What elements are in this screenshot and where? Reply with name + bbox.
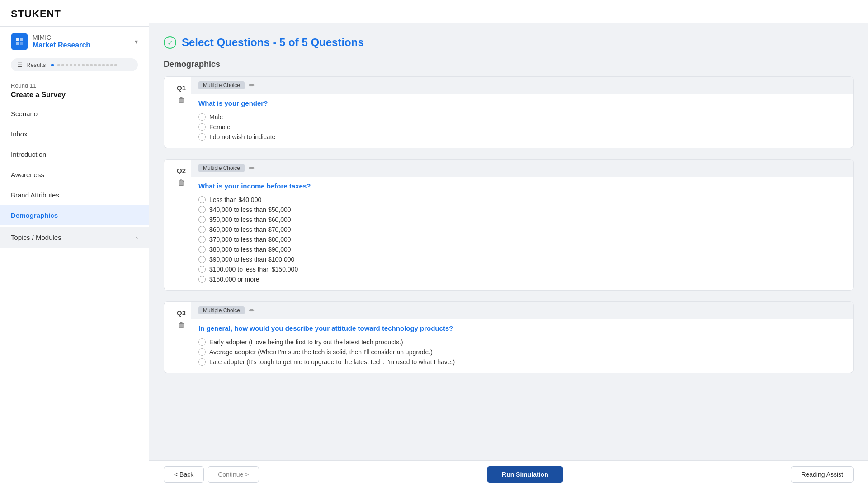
q2-option-4: $70,000 to less than $80,000 xyxy=(198,236,846,243)
q3-option-2-label: Late adopter (It's tough to get me to up… xyxy=(209,358,455,366)
q3-option-1: Average adopter (When I'm sure the tech … xyxy=(198,348,846,356)
radio-icon xyxy=(198,216,206,223)
q2-body: Multiple Choice ✏ What is your income be… xyxy=(191,160,853,290)
q2-edit-icon[interactable]: ✏ xyxy=(249,164,255,172)
reading-assist-button[interactable]: Reading Assist xyxy=(791,466,854,483)
q1-option-0: Male xyxy=(198,113,846,121)
q2-header: Multiple Choice ✏ xyxy=(191,160,853,177)
round-title: Create a Survey xyxy=(0,90,149,103)
radio-icon xyxy=(198,123,206,131)
q2-option-3-label: $60,000 to less than $70,000 xyxy=(209,226,291,233)
sidebar-item-demographics[interactable]: Demographics xyxy=(0,205,149,225)
run-simulation-button[interactable]: Run Simulation xyxy=(487,466,563,483)
section-title: Demographics xyxy=(164,60,854,69)
q2-option-0: Less than $40,000 xyxy=(198,196,846,203)
question-row-q1: Q1 🗑 Multiple Choice ✏ What is your gend… xyxy=(164,77,853,148)
q2-delete-icon[interactable]: 🗑 xyxy=(178,179,185,187)
sidebar-item-topics-modules[interactable]: Topics / Modules › xyxy=(0,227,149,248)
q1-option-1: Female xyxy=(198,123,846,131)
footer-left-buttons: < Back Continue > xyxy=(164,466,259,483)
q3-edit-icon[interactable]: ✏ xyxy=(249,306,255,314)
q3-type-badge: Multiple Choice xyxy=(198,306,245,314)
radio-icon xyxy=(198,236,206,243)
q2-number: Q2 xyxy=(177,167,186,174)
sidebar-item-brand-attributes[interactable]: Brand Attributes xyxy=(0,185,149,205)
q1-number: Q1 xyxy=(177,84,186,92)
q3-options: Early adopter (I love being the first to… xyxy=(191,337,853,373)
svg-rect-0 xyxy=(16,38,19,41)
sidebar-logo-area: STUKENT xyxy=(0,0,149,27)
question-block-q1: Q1 🗑 Multiple Choice ✏ What is your gend… xyxy=(164,76,854,148)
q2-option-5: $80,000 to less than $90,000 xyxy=(198,246,846,253)
q1-body: Multiple Choice ✏ What is your gender? M… xyxy=(191,77,853,148)
q1-option-2: I do not wish to indicate xyxy=(198,133,846,141)
q2-option-3: $60,000 to less than $70,000 xyxy=(198,226,846,233)
svg-rect-3 xyxy=(20,42,23,45)
q1-option-0-label: Male xyxy=(209,113,223,121)
question-block-q3: Q3 🗑 Multiple Choice ✏ In general, how w… xyxy=(164,301,854,373)
q2-options: Less than $40,000 $40,000 to less than $… xyxy=(191,194,853,290)
radio-icon xyxy=(198,266,206,273)
active-dot xyxy=(51,64,54,66)
back-button[interactable]: < Back xyxy=(164,466,204,483)
q2-option-6: $90,000 to less than $100,000 xyxy=(198,256,846,263)
page-header: ✓ Select Questions - 5 of 5 Questions xyxy=(164,36,854,49)
q2-option-0-label: Less than $40,000 xyxy=(209,196,261,203)
q1-option-2-label: I do not wish to indicate xyxy=(209,133,275,141)
round-label: Round 11 xyxy=(0,79,149,90)
q1-number-area: Q1 🗑 xyxy=(164,77,191,112)
sidebar-item-inbox[interactable]: Inbox xyxy=(0,124,149,144)
chevron-right-icon: › xyxy=(136,234,138,241)
question-block-q2: Q2 🗑 Multiple Choice ✏ What is your inco… xyxy=(164,159,854,291)
q3-body: Multiple Choice ✏ In general, how would … xyxy=(191,302,853,373)
top-bar xyxy=(149,0,868,23)
sidebar-item-introduction[interactable]: Introduction xyxy=(0,144,149,164)
page-title: Select Questions - 5 of 5 Questions xyxy=(182,36,364,49)
question-row-q3: Q3 🗑 Multiple Choice ✏ In general, how w… xyxy=(164,302,853,373)
q2-option-1: $40,000 to less than $50,000 xyxy=(198,206,846,213)
app-logo: STUKENT xyxy=(11,8,61,19)
content-area: ✓ Select Questions - 5 of 5 Questions De… xyxy=(149,23,868,460)
continue-button[interactable]: Continue > xyxy=(208,466,259,483)
hamburger-icon: ☰ xyxy=(17,61,23,68)
q2-number-area: Q2 🗑 xyxy=(164,160,191,194)
topics-label: Topics / Modules xyxy=(11,234,61,241)
sidebar: STUKENT MIMIC Market Research ▾ ☰ Result… xyxy=(0,0,149,488)
q2-option-5-label: $80,000 to less than $90,000 xyxy=(209,246,291,253)
q1-delete-icon[interactable]: 🗑 xyxy=(178,96,185,104)
q3-option-0-label: Early adopter (I love being the first to… xyxy=(209,338,403,346)
sidebar-item-scenario[interactable]: Scenario xyxy=(0,103,149,124)
q3-delete-icon[interactable]: 🗑 xyxy=(178,321,185,329)
radio-icon xyxy=(198,246,206,253)
results-bar[interactable]: ☰ Results xyxy=(11,58,138,71)
q3-header: Multiple Choice ✏ xyxy=(191,302,853,319)
svg-rect-2 xyxy=(16,42,19,45)
svg-rect-1 xyxy=(20,38,23,41)
q2-type-badge: Multiple Choice xyxy=(198,164,245,172)
results-dots xyxy=(57,64,117,66)
q1-text: What is your gender? xyxy=(191,94,853,112)
q2-option-7-label: $100,000 to less than $150,000 xyxy=(209,266,298,273)
radio-icon xyxy=(198,276,206,283)
brand-info: MIMIC Market Research xyxy=(33,34,90,49)
question-row-q2: Q2 🗑 Multiple Choice ✏ What is your inco… xyxy=(164,160,853,290)
main-area: ✓ Select Questions - 5 of 5 Questions De… xyxy=(149,0,868,488)
q2-option-1-label: $40,000 to less than $50,000 xyxy=(209,206,291,213)
radio-icon xyxy=(198,206,206,213)
q2-option-4-label: $70,000 to less than $80,000 xyxy=(209,236,291,243)
radio-icon xyxy=(198,358,206,366)
q1-edit-icon[interactable]: ✏ xyxy=(249,81,255,89)
radio-icon xyxy=(198,256,206,263)
q2-option-2-label: $50,000 to less than $60,000 xyxy=(209,216,291,223)
q2-option-7: $100,000 to less than $150,000 xyxy=(198,266,846,273)
brand-chevron-icon[interactable]: ▾ xyxy=(135,38,138,45)
radio-icon xyxy=(198,226,206,233)
brand-row[interactable]: MIMIC Market Research ▾ xyxy=(0,27,149,55)
radio-icon xyxy=(198,196,206,203)
sidebar-item-awareness[interactable]: Awareness xyxy=(0,164,149,185)
q1-header: Multiple Choice ✏ xyxy=(191,77,853,94)
radio-icon xyxy=(198,113,206,121)
brand-label: MIMIC xyxy=(33,34,90,41)
brand-name: Market Research xyxy=(33,41,90,49)
q2-option-2: $50,000 to less than $60,000 xyxy=(198,216,846,223)
